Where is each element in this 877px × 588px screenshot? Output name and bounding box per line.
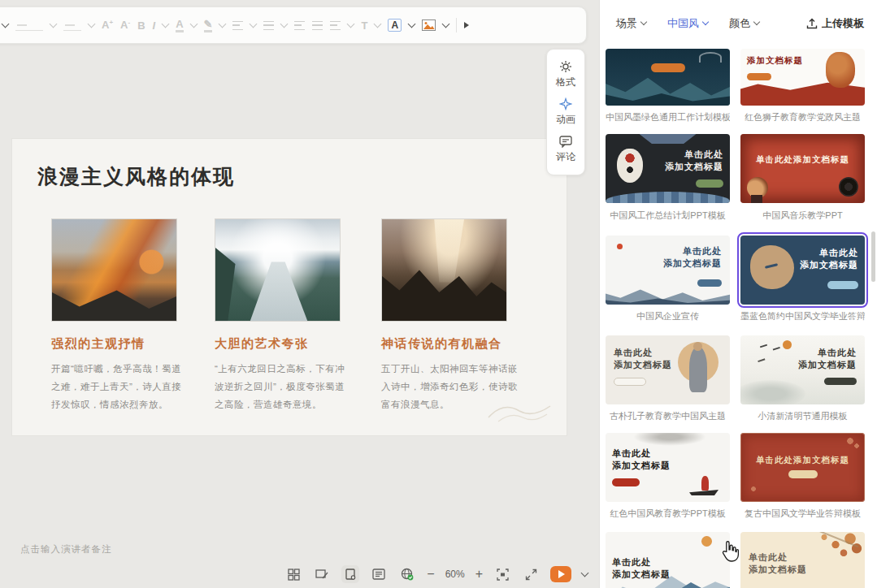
template-thumbnail-2[interactable]: 添加文档标题	[740, 49, 865, 106]
bold-icon[interactable]: B	[137, 20, 145, 31]
animation-button[interactable]: 动画	[556, 97, 575, 127]
chevron-down-icon[interactable]	[50, 19, 58, 28]
chevron-down-icon[interactable]	[219, 19, 227, 28]
thumb-button-art	[614, 378, 646, 386]
column-heading[interactable]: 强烈的主观抒情	[51, 336, 189, 352]
fullscreen-icon[interactable]	[522, 565, 540, 583]
chevron-down-icon[interactable]	[408, 19, 416, 28]
line-spacing-icon[interactable]	[263, 21, 274, 30]
align-text-icon[interactable]	[232, 21, 243, 30]
thumb-art	[744, 482, 760, 499]
chevron-down-icon[interactable]	[250, 19, 258, 28]
thumb-art	[701, 476, 709, 491]
chevron-down-icon[interactable]	[280, 19, 289, 28]
chevron-down-icon[interactable]	[2, 19, 10, 28]
filter-scene-dropdown[interactable]: 场景	[616, 16, 646, 31]
chevron-down-icon[interactable]	[162, 19, 170, 28]
column-body[interactable]: “上有六龙回日之高标，下有冲波逆折之回川”，极度夸张蜀道之高险，营造雄奇意境。	[215, 360, 354, 413]
insert-image-icon[interactable]	[422, 19, 436, 31]
globe-check-icon[interactable]	[398, 565, 416, 583]
insert-textbox-icon[interactable]: A	[388, 19, 402, 32]
decrease-font-icon[interactable]: A-	[120, 19, 130, 30]
side-tool-label: 格式	[556, 76, 575, 89]
gear-icon	[559, 60, 572, 73]
zoom-level: 60%	[445, 569, 465, 580]
thumb-art	[740, 380, 805, 404]
side-tool-label: 动画	[556, 113, 575, 127]
thumb-art	[689, 490, 719, 495]
template-thumbnail-5[interactable]: 单击此处添加文档标题	[606, 236, 730, 305]
template-thumbnail-12[interactable]: 单击此处添加文档标题	[740, 532, 865, 588]
template-filter-bar: 场景 中国风 颜色 上传模板	[600, 0, 877, 47]
font-color-icon[interactable]: A	[176, 19, 183, 32]
misty-mountain-valley-photo[interactable]	[215, 218, 341, 322]
dark-volcanic-mountains-photo[interactable]	[381, 218, 507, 322]
chevron-down-icon[interactable]	[88, 19, 96, 28]
filter-color-dropdown[interactable]: 颜色	[729, 16, 759, 31]
template-thumbnail-7[interactable]: 单击此处添加文档标题	[606, 335, 730, 404]
presentation-editor-window: A+ A- B I A ✎ T A 浪漫主义风格的体现	[0, 0, 877, 588]
notes-view-icon[interactable]	[370, 565, 388, 583]
chevron-down-icon	[702, 19, 709, 25]
thumb-art	[783, 340, 792, 349]
column-heading[interactable]: 大胆的艺术夸张	[215, 336, 353, 352]
template-thumbnail-9[interactable]: 单击此处添加文档标题	[606, 433, 730, 502]
thumb-art	[617, 149, 643, 183]
text-direction-icon[interactable]: T	[361, 20, 367, 31]
template-thumbnail-6-selected[interactable]: 单击此处添加文档标题	[740, 236, 865, 305]
format-button[interactable]: 格式	[556, 60, 575, 89]
expand-toolbar-icon[interactable]	[464, 22, 469, 28]
chevron-down-icon[interactable]	[189, 19, 198, 28]
chevron-down-icon[interactable]	[374, 19, 382, 28]
numbered-list-icon[interactable]	[312, 21, 323, 30]
upload-template-button[interactable]: 上传模板	[806, 16, 864, 31]
formatting-toolbar: A+ A- B I A ✎ T A	[0, 6, 587, 44]
font-size-dropdown[interactable]	[63, 19, 81, 31]
play-options-chevron-icon[interactable]	[581, 569, 589, 577]
template-caption: 红色中国风教育教学PPT模板	[606, 508, 730, 520]
indent-icon[interactable]	[330, 21, 341, 30]
chevron-down-icon[interactable]	[347, 19, 355, 28]
thumb-button-art	[651, 63, 685, 72]
slide-column-2: 大胆的艺术夸张 “上有六龙回日之高标，下有冲波逆折之回川”，极度夸张蜀道之高险，…	[215, 218, 353, 413]
template-caption: 古朴孔子教育教学中国风主题	[606, 410, 730, 422]
slide-sorter-icon[interactable]	[313, 565, 331, 583]
chevron-down-icon	[753, 19, 760, 25]
column-body[interactable]: 开篇“噫吁嚱，危乎高哉！蜀道之难，难于上青天”，诗人直接抒发惊叹，情感浓烈奔放。	[51, 360, 191, 413]
template-thumbnail-3[interactable]: 单击此处添加文档标题	[606, 134, 730, 203]
bullet-list-icon[interactable]	[294, 21, 305, 30]
thumb-art	[693, 342, 702, 351]
comment-bubble-icon	[559, 136, 572, 148]
slide-column-3: 神话传说的有机融合 五丁开山、太阳神回车等神话嵌入诗中，增添奇幻色彩，使诗歌富有…	[381, 218, 519, 413]
template-thumbnail-1[interactable]	[606, 49, 730, 106]
grid-view-icon[interactable]	[284, 565, 302, 583]
fit-slide-icon[interactable]	[493, 565, 511, 583]
filter-style-dropdown[interactable]: 中国风	[667, 16, 708, 31]
template-thumbnail-10[interactable]: 单击此处添加文档标题	[740, 433, 865, 502]
great-wall-sunset-photo[interactable]	[51, 218, 177, 322]
panel-scrollbar[interactable]	[871, 231, 875, 282]
slide-title[interactable]: 浪漫主义风格的体现	[37, 163, 235, 190]
zoom-in-button[interactable]: +	[475, 567, 483, 582]
thumb-art	[701, 536, 712, 547]
slide-column-1: 强烈的主观抒情 开篇“噫吁嚱，危乎高哉！蜀道之难，难于上青天”，诗人直接抒发惊叹…	[51, 218, 189, 413]
thumb-art	[839, 177, 858, 197]
comments-button[interactable]: 评论	[556, 136, 575, 164]
column-heading[interactable]: 神话传说的有机融合	[381, 336, 519, 352]
slide-canvas[interactable]: 浪漫主义风格的体现 强烈的主观抒情 开篇“噫吁嚱，危乎高哉！蜀道之难，难于上青天…	[11, 138, 567, 436]
upload-icon	[806, 18, 818, 29]
zoom-out-button[interactable]: −	[427, 567, 434, 582]
increase-font-icon[interactable]: A+	[102, 19, 113, 30]
font-name-dropdown[interactable]	[15, 19, 43, 31]
play-slideshow-button[interactable]	[550, 566, 571, 582]
highlight-pen-icon[interactable]: ✎	[204, 19, 213, 32]
chevron-down-icon	[640, 19, 647, 25]
template-thumbnail-4[interactable]: 单击此处添加文档标题	[740, 134, 865, 203]
italic-icon[interactable]: I	[153, 20, 156, 31]
normal-view-icon[interactable]	[341, 565, 359, 583]
template-thumbnail-8[interactable]: 单击此处添加文档标题	[740, 335, 865, 404]
template-caption: 中国风墨绿色通用工作计划模板	[606, 111, 730, 123]
chevron-down-icon[interactable]	[442, 19, 450, 28]
speaker-notes-placeholder[interactable]: 点击输入演讲者备注	[20, 543, 112, 556]
template-thumbnail-11[interactable]: 单击此处添加文档标题	[606, 532, 730, 588]
